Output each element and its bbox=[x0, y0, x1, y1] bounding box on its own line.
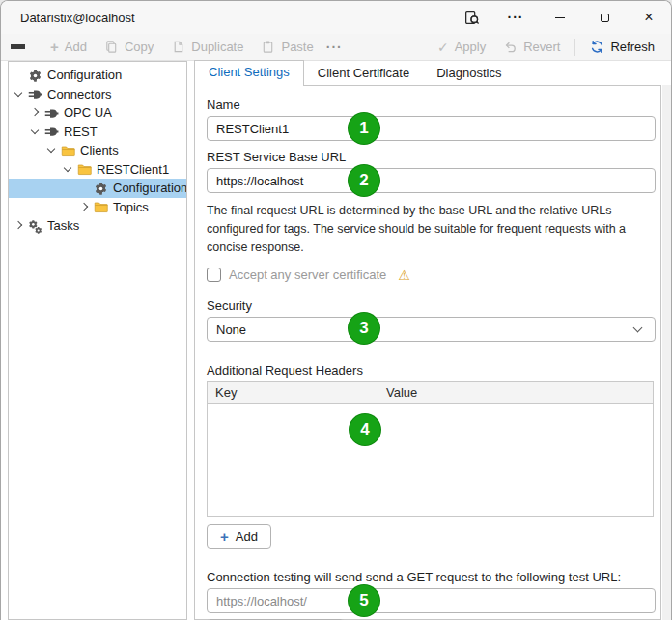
duplicate-button[interactable]: Duplicate bbox=[162, 36, 252, 59]
revert-icon bbox=[503, 40, 518, 54]
test-help-text: Connection testing will send send a GET … bbox=[207, 570, 654, 584]
chevron-down-icon bbox=[633, 324, 643, 334]
plug-icon bbox=[44, 105, 60, 121]
accept-cert-label: Accept any server certificate bbox=[229, 268, 386, 282]
paste-icon bbox=[261, 40, 275, 54]
tree-item-clients[interactable]: Clients bbox=[9, 141, 186, 160]
security-label: Security bbox=[207, 298, 654, 313]
chevron-placeholder bbox=[13, 69, 26, 82]
minimize-button[interactable] bbox=[538, 1, 582, 34]
copy-icon bbox=[104, 40, 119, 54]
apply-button-label: Apply bbox=[455, 40, 487, 54]
annotation-badge-1: 1 bbox=[349, 113, 379, 144]
plug-icon bbox=[44, 124, 60, 139]
test-url-input[interactable] bbox=[207, 588, 656, 613]
close-icon: × bbox=[644, 10, 653, 25]
refresh-button[interactable]: Refresh bbox=[581, 36, 663, 59]
menu-button[interactable] bbox=[9, 38, 32, 57]
accept-cert-checkbox[interactable] bbox=[207, 268, 221, 282]
chevron-placeholder bbox=[78, 182, 92, 195]
headers-table-body[interactable] bbox=[208, 404, 653, 516]
duplicate-icon bbox=[171, 40, 185, 54]
tree-item-opc-ua[interactable]: OPC UA bbox=[9, 103, 186, 123]
request-headers-table: Key Value 4 bbox=[207, 381, 654, 517]
accept-cert-row: Accept any server certificate ⚠ bbox=[207, 268, 654, 282]
check-icon: ✓ bbox=[437, 41, 449, 54]
plug-icon bbox=[28, 86, 43, 101]
base-url-label: REST Service Base URL bbox=[207, 150, 654, 164]
tree-item-label: OPC UA bbox=[64, 105, 112, 120]
tree-item-tasks[interactable]: Tasks bbox=[9, 216, 186, 236]
apply-button[interactable]: ✓ Apply bbox=[429, 36, 494, 59]
add-header-button[interactable]: + Add bbox=[207, 524, 271, 549]
tree-item-label: Topics bbox=[113, 200, 149, 214]
add-button-label: Add bbox=[65, 40, 87, 54]
titlebar-more-button[interactable]: ··· bbox=[493, 1, 538, 34]
paste-button[interactable]: Paste bbox=[252, 36, 322, 59]
annotation-badge-5: 5 bbox=[349, 585, 379, 616]
tree-item-label: RESTClient1 bbox=[97, 162, 169, 177]
revert-button[interactable]: Revert bbox=[494, 36, 569, 59]
window-title: Dataristix@localhost bbox=[1, 11, 135, 25]
chevron-down-icon[interactable] bbox=[62, 162, 75, 176]
tab-bar: Client SettingsClient CertificateDiagnos… bbox=[194, 61, 515, 85]
hamburger-icon bbox=[9, 44, 32, 49]
main-area: ConfigurationConnectorsOPC UARESTClients… bbox=[1, 61, 671, 620]
name-input[interactable] bbox=[207, 116, 656, 141]
refresh-button-label: Refresh bbox=[610, 40, 655, 54]
more-icon: ··· bbox=[508, 10, 524, 25]
tree-item-rest[interactable]: REST bbox=[9, 123, 186, 142]
scrollbar-gutter[interactable] bbox=[662, 85, 672, 620]
tab-diagnostics[interactable]: Diagnostics bbox=[423, 62, 515, 85]
base-url-input[interactable] bbox=[207, 168, 656, 193]
base-url-help-text: The final request URL is determined by t… bbox=[207, 202, 664, 256]
chevron-down-icon[interactable] bbox=[13, 87, 26, 100]
security-selected-value: None bbox=[216, 323, 246, 337]
copy-button[interactable]: Copy bbox=[96, 36, 162, 59]
add-button[interactable]: + Add bbox=[42, 36, 96, 59]
warning-icon: ⚠ bbox=[398, 268, 410, 282]
tree-item-label: Configuration bbox=[113, 181, 187, 195]
value-column-header[interactable]: Value bbox=[378, 385, 425, 400]
navigation-tree: ConfigurationConnectorsOPC UARESTClients… bbox=[8, 61, 187, 620]
gear-icon bbox=[94, 181, 109, 196]
refresh-icon bbox=[590, 40, 604, 54]
tree-item-topics[interactable]: Topics bbox=[9, 198, 186, 217]
search-window-button[interactable] bbox=[449, 1, 493, 34]
chevron-down-icon[interactable] bbox=[45, 144, 59, 157]
tree-item-configuration[interactable]: Configuration bbox=[9, 66, 186, 85]
revert-button-label: Revert bbox=[523, 40, 560, 54]
security-dropdown[interactable]: None bbox=[207, 317, 656, 342]
toolbar-separator bbox=[574, 39, 575, 56]
tab-client-settings[interactable]: Client Settings bbox=[194, 60, 304, 86]
close-button[interactable]: × bbox=[627, 1, 671, 34]
gears-icon bbox=[28, 218, 43, 234]
client-settings-page: Name 1 REST Service Base URL 2 The final… bbox=[194, 85, 661, 620]
tab-client-certificate[interactable]: Client Certificate bbox=[304, 62, 423, 85]
tree-item-label: Clients bbox=[80, 143, 119, 157]
toolbar: + Add Copy Duplicate bbox=[1, 34, 671, 61]
chevron-right-icon[interactable] bbox=[78, 200, 92, 213]
copy-button-label: Copy bbox=[125, 40, 154, 54]
chevron-right-icon[interactable] bbox=[13, 219, 26, 233]
paste-button-label: Paste bbox=[281, 40, 313, 54]
maximize-button[interactable] bbox=[582, 1, 627, 34]
chevron-right-icon[interactable] bbox=[29, 106, 42, 120]
folder-icon bbox=[77, 161, 93, 177]
tree-item-configuration[interactable]: Configuration bbox=[9, 179, 186, 198]
annotation-badge-2: 2 bbox=[349, 165, 379, 196]
security-select-wrap: None 3 bbox=[207, 317, 656, 342]
titlebar: Dataristix@localhost ··· bbox=[1, 1, 671, 34]
tree-item-connectors[interactable]: Connectors bbox=[9, 85, 186, 104]
chevron-down-icon[interactable] bbox=[29, 125, 42, 138]
tree-item-restclient1[interactable]: RESTClient1 bbox=[9, 160, 186, 180]
name-field-wrap: 1 bbox=[207, 116, 656, 141]
plus-icon: + bbox=[50, 40, 59, 54]
test-url-field-wrap: 5 bbox=[207, 588, 656, 613]
app-window: Dataristix@localhost ··· bbox=[0, 0, 672, 620]
headers-table-header: Key Value bbox=[208, 382, 653, 404]
key-column-header[interactable]: Key bbox=[208, 382, 378, 403]
toolbar-more-button[interactable]: ··· bbox=[322, 40, 347, 55]
duplicate-button-label: Duplicate bbox=[191, 40, 243, 54]
tree-item-label: Connectors bbox=[47, 87, 111, 101]
